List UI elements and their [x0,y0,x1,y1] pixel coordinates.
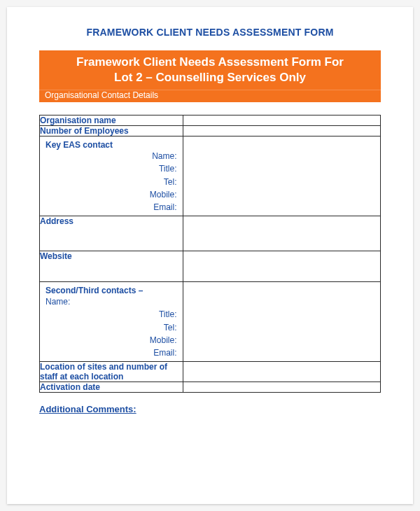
label-activation-date: Activation date [40,382,183,393]
second-contact-tel: Tel: [40,321,183,334]
second-contact-title: Title: [40,308,183,321]
value-activation-date[interactable] [183,382,380,393]
key-contact-tel: Tel: [40,176,183,188]
row-second-contact: Second/Third contacts – Name: Title: Tel… [40,282,381,362]
label-second-contact: Second/Third contacts – Name: Title: Tel… [40,282,183,362]
label-location-sites: Location of sites and number of staff at… [40,362,183,382]
label-key-contact: Key EAS contact Name: Title: Tel: Mobile… [40,136,183,216]
value-second-contact[interactable] [183,282,380,362]
banner-subtitle: Organisational Contact Details [39,90,381,102]
banner-title-line1: Framework Client Needs Assessment Form F… [76,55,344,69]
row-location-sites: Location of sites and number of staff at… [40,362,381,382]
label-website: Website [40,251,183,282]
key-contact-title: Title: [40,162,183,175]
document-page: FRAMEWORK CLIENT NEEDS ASSESSMENT FORM F… [7,7,413,504]
key-contact-name: Name: [40,150,183,162]
row-num-employees: Number of Employees [40,126,381,136]
form-table: Organisation name Number of Employees Ke… [39,115,381,393]
second-contact-mobile: Mobile: [40,334,183,346]
value-num-employees[interactable] [183,126,380,136]
label-num-employees: Number of Employees [40,126,183,136]
value-website[interactable] [183,251,380,282]
row-org-name: Organisation name [40,115,381,126]
value-address[interactable] [183,216,380,251]
second-contact-heading: Second/Third contacts – [40,286,183,295]
value-key-contact[interactable] [183,136,380,216]
additional-comments-heading: Additional Comments: [39,404,381,414]
label-address: Address [40,216,183,251]
row-key-contact: Key EAS contact Name: Title: Tel: Mobile… [40,136,381,216]
second-contact-email: Email: [40,346,183,359]
label-org-name: Organisation name [40,115,183,126]
row-website: Website [40,251,381,282]
key-contact-mobile: Mobile: [40,188,183,201]
banner-title-line2: Lot 2 – Counselling Services Only [114,71,306,84]
value-org-name[interactable] [183,115,380,126]
row-activation-date: Activation date [40,382,381,393]
banner-title: Framework Client Needs Assessment Form F… [39,50,381,90]
row-address: Address [40,216,381,251]
key-contact-email: Email: [40,201,183,214]
second-contact-name: Name: [40,295,183,308]
value-location-sites[interactable] [183,362,380,382]
document-heading: FRAMEWORK CLIENT NEEDS ASSESSMENT FORM [39,27,381,38]
key-contact-heading: Key EAS contact [40,140,183,150]
